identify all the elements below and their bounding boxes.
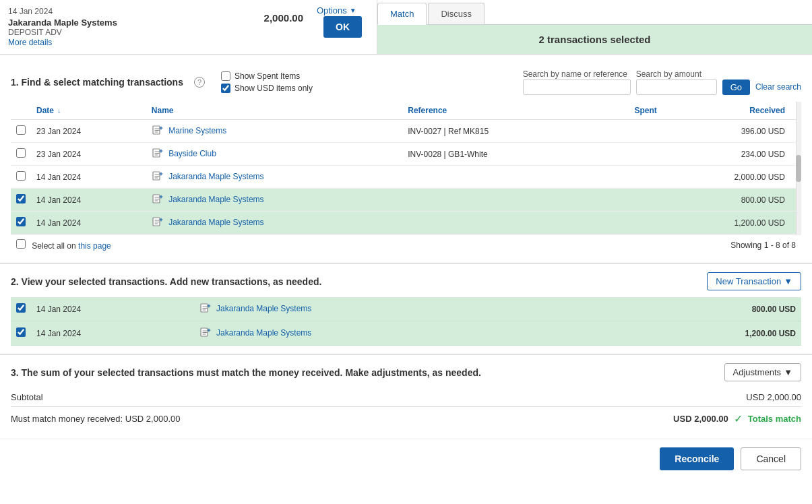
- header-spent[interactable]: Spent: [593, 102, 662, 120]
- sel-date: 14 Jan 2024: [31, 321, 194, 346]
- row-name-link[interactable]: Bayside Club: [168, 149, 216, 158]
- tab-discuss[interactable]: Discuss: [428, 3, 485, 24]
- row-checkbox[interactable]: [16, 171, 26, 181]
- this-page-link[interactable]: this page: [78, 241, 111, 251]
- subtotal-row: Subtotal USD 2,000.00: [11, 388, 801, 407]
- search-name-group: Search by name or reference: [523, 69, 631, 95]
- transactions-table-wrapper: Date ↓ Name Reference Spent Received 23 …: [11, 102, 801, 234]
- transaction-date: 14 Jan 2024: [8, 7, 251, 16]
- transaction-description: DEPOSIT ADV: [8, 28, 251, 37]
- row-date: 14 Jan 2024: [31, 212, 146, 234]
- section-selected-transactions: 2. View your selected transactions. Add …: [0, 263, 812, 354]
- totals-match-label: Totals match: [748, 414, 801, 424]
- sel-transfer-icon: [199, 326, 212, 340]
- row-received: 2,000.00 USD: [662, 166, 790, 189]
- table-row: 23 Jan 2024 Marine Systems INV-0027 | Re…: [11, 120, 801, 143]
- new-transaction-button[interactable]: New Transaction ▼: [707, 272, 801, 290]
- row-name-link[interactable]: Jakaranda Maple Systems: [168, 195, 263, 204]
- row-name: Jakaranda Maple Systems: [146, 189, 402, 212]
- transaction-company: Jakaranda Maple Systems: [8, 18, 251, 28]
- row-name-link[interactable]: Jakaranda Maple Systems: [168, 218, 263, 227]
- section1-header: 1. Find & select matching transactions ?…: [11, 69, 801, 95]
- row-name: Bayside Club: [146, 143, 402, 166]
- transfer-icon: [152, 193, 164, 207]
- show-spent-checkbox[interactable]: [221, 71, 230, 81]
- sel-date: 14 Jan 2024: [31, 297, 194, 321]
- row-checkbox[interactable]: [16, 194, 26, 203]
- search-area: Search by name or reference Search by am…: [523, 69, 801, 95]
- row-date: 23 Jan 2024: [31, 120, 146, 143]
- bottom-bar: Reconcile Cancel: [0, 439, 812, 478]
- row-checkbox[interactable]: [16, 217, 26, 226]
- sel-received: 1,200.00 USD: [620, 321, 801, 346]
- search-amount-group: Search by amount: [636, 69, 717, 95]
- must-match-right: USD 2,000.00 ✓ Totals match: [673, 412, 801, 425]
- transfer-icon: [152, 170, 164, 184]
- ok-button[interactable]: OK: [323, 16, 362, 38]
- must-match-value: USD 2,000.00: [673, 414, 728, 424]
- transaction-amount: 2,000.00: [251, 7, 317, 29]
- selected-table-body: 14 Jan 2024 Jakaranda Maple Systems 800.…: [11, 297, 801, 346]
- row-name-link[interactable]: Marine Systems: [168, 126, 226, 135]
- help-icon[interactable]: ?: [194, 77, 205, 88]
- row-received: 1,200.00 USD: [662, 212, 790, 234]
- row-checkbox-cell[interactable]: [11, 212, 31, 234]
- go-button[interactable]: Go: [722, 80, 750, 95]
- table-row: 23 Jan 2024 Bayside Club INV-0028 | GB1-…: [11, 143, 801, 166]
- show-usd-checkbox[interactable]: [221, 84, 230, 93]
- new-trans-arrow-icon: ▼: [784, 276, 792, 286]
- select-all-checkbox[interactable]: [16, 239, 26, 249]
- search-amount-input[interactable]: [636, 79, 717, 95]
- header-reference[interactable]: Reference: [402, 102, 593, 120]
- sel-name: Jakaranda Maple Systems: [194, 297, 557, 321]
- row-reference: [402, 166, 593, 189]
- sel-checkbox-cell[interactable]: [11, 297, 31, 321]
- row-checkbox-cell[interactable]: [11, 189, 31, 212]
- table-row: 14 Jan 2024 Jakaranda Maple Systems 800.…: [11, 189, 801, 212]
- row-reference: [402, 189, 593, 212]
- header-date[interactable]: Date ↓: [31, 102, 146, 120]
- clear-search-link[interactable]: Clear search: [755, 82, 801, 92]
- more-details-link[interactable]: More details: [8, 38, 52, 47]
- sel-spent: [588, 297, 620, 321]
- scrollbar-thumb[interactable]: [796, 155, 801, 182]
- sel-name-link[interactable]: Jakaranda Maple Systems: [216, 304, 311, 313]
- tab-match[interactable]: Match: [377, 3, 427, 25]
- reconcile-button[interactable]: Reconcile: [660, 447, 734, 470]
- sel-ref: [557, 297, 588, 321]
- sel-checkbox-cell[interactable]: [11, 321, 31, 346]
- section3-title: 3. The sum of your selected transactions…: [11, 367, 481, 378]
- top-bar: Options ▼ 14 Jan 2024 Jakaranda Maple Sy…: [0, 0, 812, 55]
- show-spent-label[interactable]: Show Spent Items: [221, 71, 313, 81]
- row-checkbox[interactable]: [16, 125, 26, 135]
- search-name-input[interactable]: [523, 79, 631, 95]
- sel-checkbox[interactable]: [16, 327, 26, 337]
- adjustments-arrow-icon: ▼: [784, 367, 792, 377]
- transactions-selected-label: 2 transactions selected: [377, 25, 812, 54]
- search-amount-label: Search by amount: [636, 69, 717, 79]
- subtotal-value: USD 2,000.00: [746, 392, 801, 402]
- sel-received: 800.00 USD: [620, 297, 801, 321]
- sel-name-link[interactable]: Jakaranda Maple Systems: [216, 328, 311, 338]
- row-name-link[interactable]: Jakaranda Maple Systems: [168, 172, 263, 181]
- header-name[interactable]: Name: [146, 102, 402, 120]
- selected-row: 14 Jan 2024 Jakaranda Maple Systems 1,20…: [11, 321, 801, 346]
- row-date: 14 Jan 2024: [31, 166, 146, 189]
- cancel-button[interactable]: Cancel: [741, 447, 801, 470]
- row-spent: [593, 212, 662, 234]
- show-usd-label[interactable]: Show USD items only: [221, 84, 313, 93]
- row-checkbox-cell[interactable]: [11, 143, 31, 166]
- sel-transfer-icon: [199, 302, 212, 316]
- scrollbar-track[interactable]: [796, 102, 801, 234]
- table-row: 14 Jan 2024 Jakaranda Maple Systems 1,20…: [11, 212, 801, 234]
- adjustments-button[interactable]: Adjustments ▼: [724, 363, 801, 381]
- sel-checkbox[interactable]: [16, 303, 26, 313]
- row-checkbox[interactable]: [16, 148, 26, 158]
- row-checkbox-cell[interactable]: [11, 166, 31, 189]
- options-button[interactable]: Options ▼: [317, 5, 356, 15]
- subtotal-label: Subtotal: [11, 392, 43, 402]
- row-spent: [593, 189, 662, 212]
- showing-label: Showing 1 - 8 of 8: [730, 241, 796, 250]
- row-checkbox-cell[interactable]: [11, 120, 31, 143]
- header-received[interactable]: Received: [662, 102, 790, 120]
